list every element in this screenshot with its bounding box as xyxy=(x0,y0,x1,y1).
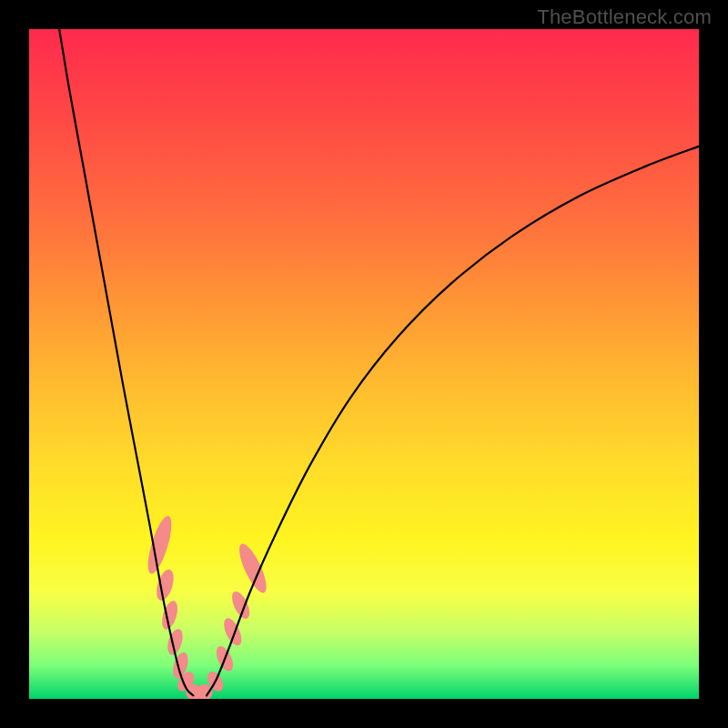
scatter-pill xyxy=(143,513,176,576)
curve-right-branch xyxy=(207,147,699,696)
scatter-pill xyxy=(220,616,245,649)
chart-svg xyxy=(29,29,699,699)
chart-frame: TheBottleneck.com xyxy=(0,0,728,728)
curve-left-branch xyxy=(59,29,193,695)
watermark-text: TheBottleneck.com xyxy=(537,5,712,29)
scatter-pill xyxy=(154,568,177,603)
plot-area xyxy=(29,29,699,699)
marker-layer xyxy=(143,513,271,699)
